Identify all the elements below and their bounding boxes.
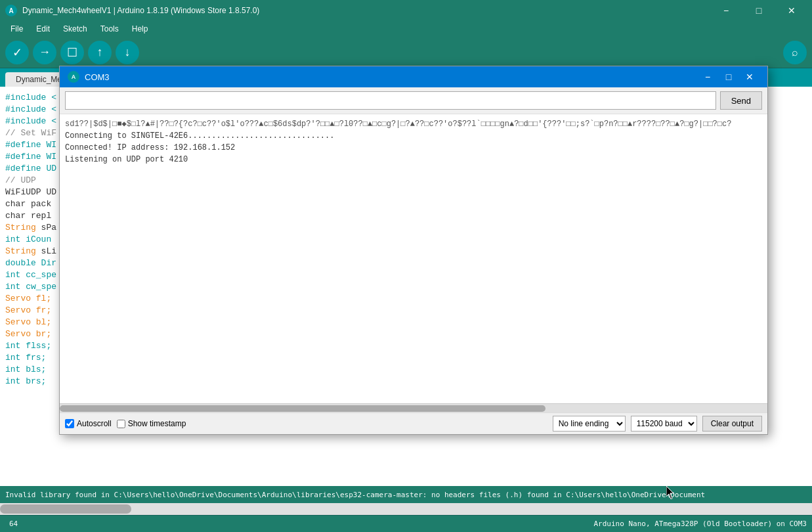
serial-monitor-modal: A COM3 − □ ✕ Send sd1??|$d$|□■◆$□l?▲#|??… — [59, 66, 768, 435]
error-bar: Invalid library found in C:\Users\hello\… — [0, 486, 812, 503]
menu-help[interactable]: Help — [127, 23, 154, 35]
modal-maximize-button[interactable]: □ — [719, 70, 738, 83]
board-info: Arduino Nano, ATmega328P (Old Bootloader… — [593, 520, 807, 528]
output-line-2: Connecting to SINGTEL-42E6..............… — [65, 130, 762, 142]
open-button[interactable]: ↑ — [88, 41, 112, 64]
menu-file[interactable]: File — [5, 23, 28, 35]
menu-edit[interactable]: Edit — [31, 23, 55, 35]
modal-title: COM3 — [85, 72, 698, 82]
minimize-button[interactable]: − — [711, 0, 741, 21]
maximize-button[interactable]: □ — [744, 0, 774, 21]
close-button[interactable]: ✕ — [777, 0, 807, 21]
window-controls: − □ ✕ — [711, 0, 807, 21]
send-button[interactable]: Send — [720, 91, 762, 110]
modal-minimize-button[interactable]: − — [698, 70, 717, 83]
line-ending-select[interactable]: No line ending Newline Carriage return B… — [553, 416, 626, 432]
autoscroll-label[interactable]: Autoscroll — [65, 419, 112, 428]
output-line-4: Listening on UDP port 4210 — [65, 154, 762, 166]
search-button[interactable]: ⌕ — [783, 41, 807, 64]
title-bar: A Dynamic_Mech4wheelV1 | Arduino 1.8.19 … — [0, 0, 812, 21]
modal-app-icon: A — [68, 71, 79, 83]
modal-window-controls: − □ ✕ — [698, 70, 759, 83]
bottom-scrollbar[interactable] — [0, 503, 812, 515]
line-number: 64 — [5, 518, 22, 529]
clear-output-button[interactable]: Clear output — [702, 416, 762, 432]
status-bar: 64 Arduino Nano, ATmega328P (Old Bootloa… — [0, 515, 812, 532]
verify-button[interactable]: ✓ — [5, 41, 29, 64]
modal-title-bar: A COM3 − □ ✕ — [60, 66, 767, 87]
modal-input-row: Send — [60, 87, 767, 114]
save-button[interactable]: ↓ — [116, 41, 139, 64]
modal-close-button[interactable]: ✕ — [740, 70, 759, 83]
autoscroll-checkbox[interactable] — [65, 419, 74, 428]
modal-hscroll-thumb — [60, 405, 545, 412]
output-line-1: sd1??|$d$|□■◆$□l?▲#|??□?{?c?□c??'o$l'o??… — [65, 118, 762, 130]
serial-output[interactable]: sd1??|$d$|□■◆$□l?▲#|??□?{?c?□c??'o$l'o??… — [60, 114, 767, 403]
error-message: Invalid library found in C:\Users\hello\… — [5, 491, 705, 499]
menu-sketch[interactable]: Sketch — [58, 23, 93, 35]
upload-button[interactable]: → — [33, 41, 56, 64]
window-title: Dynamic_Mech4wheelV1 | Arduino 1.8.19 (W… — [22, 6, 711, 15]
bottom-scroll-thumb — [0, 504, 131, 514]
baud-rate-select[interactable]: 300 1200 2400 4800 9600 19200 38400 5760… — [631, 416, 697, 432]
modal-horizontal-scrollbar[interactable] — [60, 403, 767, 412]
timestamp-label[interactable]: Show timestamp — [117, 419, 186, 428]
new-button[interactable]: ☐ — [60, 41, 84, 64]
timestamp-checkbox[interactable] — [117, 420, 125, 428]
menu-tools[interactable]: Tools — [95, 23, 124, 35]
output-line-3: Connected! IP address: 192.168.1.152 — [65, 142, 762, 154]
serial-input[interactable] — [65, 91, 716, 110]
toolbar: ✓ → ☐ ↑ ↓ ⌕ — [0, 37, 812, 68]
app-icon: A — [5, 5, 17, 16]
modal-bottom-bar: Autoscroll Show timestamp No line ending… — [60, 412, 767, 434]
menu-bar: File Edit Sketch Tools Help — [0, 21, 812, 37]
